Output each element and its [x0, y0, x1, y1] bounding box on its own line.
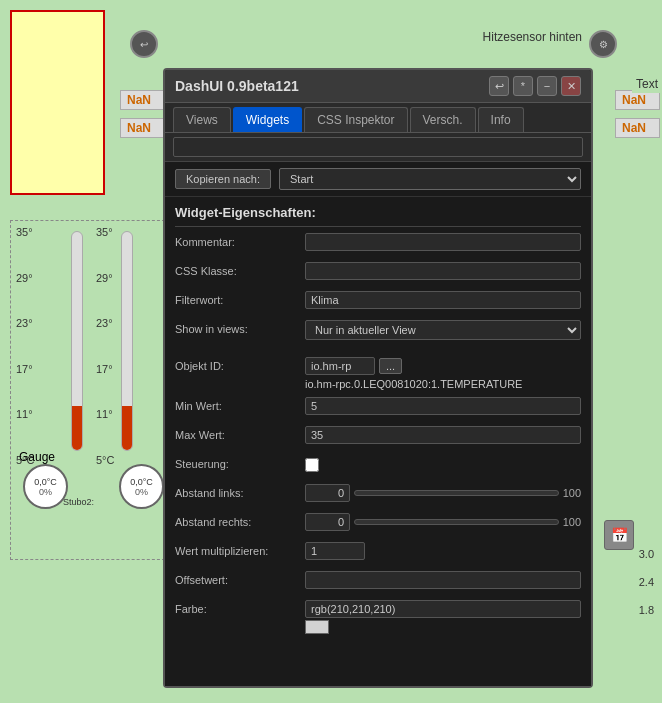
abstand-rechts-track[interactable] — [354, 519, 559, 525]
objekt-id-content: ... io.hm-rpc.0.LEQ0081020:1.TEMPERATURE — [305, 357, 581, 392]
show-in-views-select[interactable]: Nur in aktueller View Alle Views — [305, 320, 581, 340]
min-wert-label: Min Wert: — [175, 397, 305, 412]
kommentar-value — [305, 233, 581, 251]
farbe-input[interactable] — [305, 600, 581, 618]
gauge-area-label: Gauge — [19, 450, 55, 464]
abstand-rechts-max: 100 — [563, 516, 581, 528]
show-in-views-value: Nur in aktueller View Alle Views — [305, 320, 581, 340]
steuerung-label: Steuerung: — [175, 455, 305, 470]
min-wert-input[interactable] — [305, 397, 581, 415]
tab-css[interactable]: CSS Inspektor — [304, 107, 407, 132]
search-bar — [165, 133, 591, 162]
tab-widgets[interactable]: Widgets — [233, 107, 302, 132]
filterwort-value — [305, 291, 581, 309]
abstand-rechts-value: 100 — [305, 513, 581, 531]
css-klasse-input[interactable] — [305, 262, 581, 280]
abstand-rechts-slider-row: 100 — [305, 513, 581, 531]
steuerung-value — [305, 455, 581, 475]
show-in-views-label: Show in views: — [175, 320, 305, 335]
kommentar-input[interactable] — [305, 233, 581, 251]
yellow-panel — [10, 10, 105, 195]
min-wert-row: Min Wert: — [175, 397, 581, 421]
max-wert-row: Max Wert: — [175, 426, 581, 450]
nan-label-right-1: NaN — [615, 90, 660, 110]
max-wert-value — [305, 426, 581, 444]
calendar-icon-btn[interactable]: 📅 — [604, 520, 634, 550]
objekt-id-full: io.hm-rpc.0.LEQ0081020:1.TEMPERATURE — [305, 377, 581, 392]
objekt-id-dots-button[interactable]: ... — [379, 358, 402, 374]
wert-multiplizieren-label: Wert multiplizieren: — [175, 542, 305, 557]
filterwort-row: Filterwort: — [175, 291, 581, 315]
copy-section: Kopieren nach: Start — [165, 162, 591, 197]
steuerung-checkbox[interactable] — [305, 458, 319, 472]
css-klasse-value — [305, 262, 581, 280]
text-label: Text — [632, 75, 662, 93]
tab-versch[interactable]: Versch. — [410, 107, 476, 132]
farbe-value — [305, 600, 581, 634]
abstand-links-track[interactable] — [354, 490, 559, 496]
farbe-label: Farbe: — [175, 600, 305, 615]
modal-window: DashUI 0.9beta121 ↩ * − ✕ Views Widgets … — [163, 68, 593, 688]
color-preview-row — [305, 600, 581, 634]
wert-multiplizieren-value — [305, 542, 581, 560]
filterwort-label: Filterwort: — [175, 291, 305, 306]
kommentar-row: Kommentar: — [175, 233, 581, 257]
objekt-id-row: Objekt ID: ... io.hm-rpc.0.LEQ0081020:1.… — [175, 357, 581, 392]
modal-tabs: Views Widgets CSS Inspektor Versch. Info — [165, 103, 591, 133]
gauge-right: 0,0°C 0% — [119, 464, 164, 509]
thermo-scale-right: 35° 29° 23° 17° 11° 5°C — [96, 226, 114, 466]
copy-target-select[interactable]: Start — [279, 168, 581, 190]
wert-multiplizieren-row: Wert multiplizieren: — [175, 542, 581, 566]
separator — [175, 349, 581, 357]
offsetwert-input[interactable] — [305, 571, 581, 589]
offsetwert-row: Offsetwert: — [175, 571, 581, 595]
modal-content[interactable]: Widget-Eigenschaften: Kommentar: CSS Kla… — [165, 197, 591, 686]
farbe-row: Farbe: — [175, 600, 581, 634]
abstand-links-num-input[interactable] — [305, 484, 350, 502]
tab-views[interactable]: Views — [173, 107, 231, 132]
top-left-icon-btn[interactable]: ↩ — [130, 30, 158, 58]
css-klasse-row: CSS Klasse: — [175, 262, 581, 286]
abstand-rechts-num-input[interactable] — [305, 513, 350, 531]
modal-titlebar: DashUI 0.9beta121 ↩ * − ✕ — [165, 70, 591, 103]
modal-asterisk-button[interactable]: * — [513, 76, 533, 96]
thermometer-area: 35° 29° 23° 17° 11° 5°C 35° 29° 23° 17° … — [10, 220, 165, 560]
kommentar-label: Kommentar: — [175, 233, 305, 248]
abstand-links-value: 100 — [305, 484, 581, 502]
abstand-links-slider-row: 100 — [305, 484, 581, 502]
thermo-scale-left: 35° 29° 23° 17° 11° 5°C — [16, 226, 34, 466]
modal-minimize-button[interactable]: − — [537, 76, 557, 96]
offsetwert-value — [305, 571, 581, 589]
objekt-id-label: Objekt ID: — [175, 357, 305, 372]
objekt-id-top: ... — [305, 357, 581, 375]
abstand-links-row: Abstand links: 100 — [175, 484, 581, 508]
max-wert-input[interactable] — [305, 426, 581, 444]
thermo-fill-left — [72, 406, 82, 450]
modal-back-button[interactable]: ↩ — [489, 76, 509, 96]
modal-controls: ↩ * − ✕ — [489, 76, 581, 96]
gauge-left: 0,0°C 0% — [23, 464, 68, 509]
color-swatch[interactable] — [305, 620, 329, 634]
modal-title: DashUI 0.9beta121 — [175, 78, 299, 94]
css-klasse-label: CSS Klasse: — [175, 262, 305, 277]
abstand-rechts-label: Abstand rechts: — [175, 513, 305, 528]
nan-label-right-2: NaN — [615, 118, 660, 138]
stubo-label: Stubo2: — [63, 497, 94, 507]
right-numbers: 3.0 2.4 1.8 — [639, 540, 654, 624]
max-wert-label: Max Wert: — [175, 426, 305, 441]
abstand-rechts-row: Abstand rechts: 100 — [175, 513, 581, 537]
wert-multiplizieren-input[interactable] — [305, 542, 365, 560]
show-in-views-row: Show in views: Nur in aktueller View All… — [175, 320, 581, 344]
search-input[interactable] — [173, 137, 583, 157]
offsetwert-label: Offsetwert: — [175, 571, 305, 586]
modal-close-button[interactable]: ✕ — [561, 76, 581, 96]
filterwort-input[interactable] — [305, 291, 581, 309]
copy-button[interactable]: Kopieren nach: — [175, 169, 271, 189]
steuerung-row: Steuerung: — [175, 455, 581, 479]
thermometer-bar-left — [71, 231, 83, 451]
tab-info[interactable]: Info — [478, 107, 524, 132]
objekt-id-short-input[interactable] — [305, 357, 375, 375]
top-right-icon-btn[interactable]: ⚙ — [589, 30, 617, 58]
abstand-links-max: 100 — [563, 487, 581, 499]
thermo-fill-right — [122, 406, 132, 450]
